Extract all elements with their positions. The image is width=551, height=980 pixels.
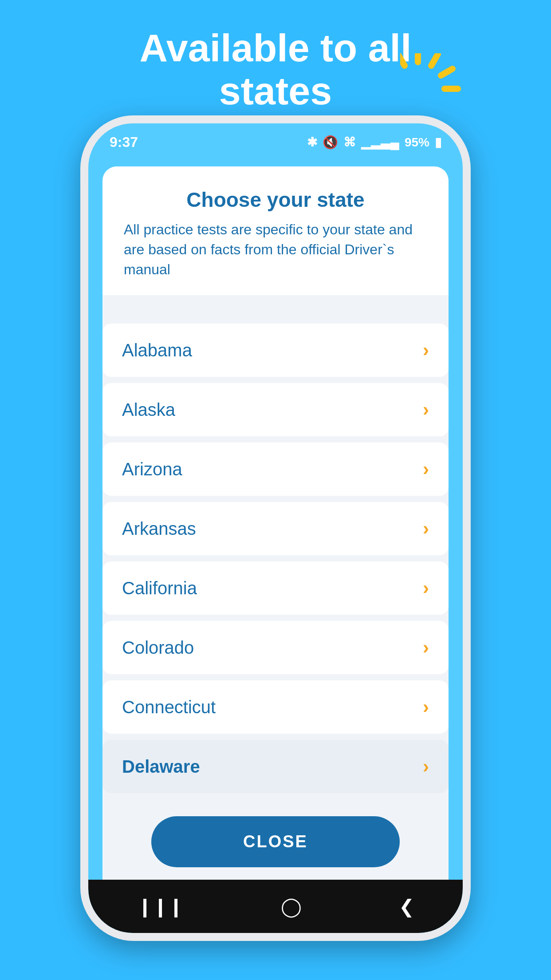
state-item-alaska[interactable]: Alaska › bbox=[102, 383, 449, 436]
state-item-arizona[interactable]: Arizona › bbox=[102, 443, 449, 496]
chevron-icon-alaska: › bbox=[423, 399, 429, 420]
card-subtitle: All practice tests are specific to your … bbox=[124, 220, 427, 279]
mute-icon: 🔇 bbox=[323, 135, 338, 150]
chevron-icon-connecticut: › bbox=[423, 696, 429, 718]
chevron-icon-arkansas: › bbox=[423, 518, 429, 539]
battery-level: 95% bbox=[405, 135, 429, 150]
state-name-alabama: Alabama bbox=[122, 340, 192, 360]
status-time: 9:37 bbox=[110, 134, 138, 150]
sunburst-decoration bbox=[400, 53, 471, 124]
nav-recent-apps-icon[interactable]: ❙❙❙ bbox=[137, 896, 184, 917]
state-name-arizona: Arizona bbox=[122, 459, 182, 479]
state-item-california[interactable]: California › bbox=[102, 561, 449, 615]
state-item-colorado[interactable]: Colorado › bbox=[102, 621, 449, 674]
chevron-icon-alabama: › bbox=[423, 340, 429, 361]
page-title: Available to all states bbox=[140, 27, 412, 113]
phone-screen: 9:37 ✱ 🔇 ⌘ ▁▂▃▄ 95% ▮ Choose your state … bbox=[88, 123, 463, 933]
chevron-icon-arizona: › bbox=[423, 458, 429, 480]
states-list: Alabama › Alaska › Arizona › Arkansas › … bbox=[102, 313, 449, 807]
card-title: Choose your state bbox=[124, 188, 427, 212]
state-name-delaware: Delaware bbox=[122, 757, 200, 777]
svg-line-2 bbox=[431, 54, 438, 66]
state-item-connecticut[interactable]: Connecticut › bbox=[102, 680, 449, 734]
status-icons: ✱ 🔇 ⌘ ▁▂▃▄ 95% ▮ bbox=[307, 135, 441, 150]
wifi-icon: ⌘ bbox=[343, 135, 356, 150]
state-name-california: California bbox=[122, 578, 197, 598]
state-item-delaware[interactable]: Delaware › bbox=[102, 740, 449, 793]
state-item-arkansas[interactable]: Arkansas › bbox=[102, 502, 449, 555]
state-name-alaska: Alaska bbox=[122, 400, 175, 420]
bluetooth-icon: ✱ bbox=[307, 135, 317, 150]
chevron-icon-colorado: › bbox=[423, 637, 429, 658]
svg-line-0 bbox=[400, 54, 405, 66]
state-name-arkansas: Arkansas bbox=[122, 519, 196, 539]
close-area: CLOSE bbox=[102, 807, 449, 880]
nav-home-icon[interactable]: ◯ bbox=[281, 896, 302, 917]
battery-icon: ▮ bbox=[435, 135, 441, 150]
close-button[interactable]: CLOSE bbox=[151, 816, 400, 867]
chevron-icon-california: › bbox=[423, 577, 429, 599]
state-item-alabama[interactable]: Alabama › bbox=[102, 324, 449, 377]
state-name-colorado: Colorado bbox=[122, 638, 194, 658]
bottom-nav: ❙❙❙ ◯ ❮ bbox=[88, 880, 463, 933]
chevron-icon-delaware: › bbox=[423, 756, 429, 777]
svg-line-3 bbox=[441, 69, 453, 75]
wave-divider bbox=[102, 295, 449, 313]
state-name-connecticut: Connecticut bbox=[122, 697, 216, 717]
card-header: Choose your state All practice tests are… bbox=[102, 166, 449, 295]
status-bar: 9:37 ✱ 🔇 ⌘ ▁▂▃▄ 95% ▮ bbox=[88, 123, 463, 156]
phone-frame: 9:37 ✱ 🔇 ⌘ ▁▂▃▄ 95% ▮ Choose your state … bbox=[80, 115, 471, 941]
nav-back-icon[interactable]: ❮ bbox=[399, 896, 414, 917]
signal-icon: ▁▂▃▄ bbox=[361, 135, 399, 150]
